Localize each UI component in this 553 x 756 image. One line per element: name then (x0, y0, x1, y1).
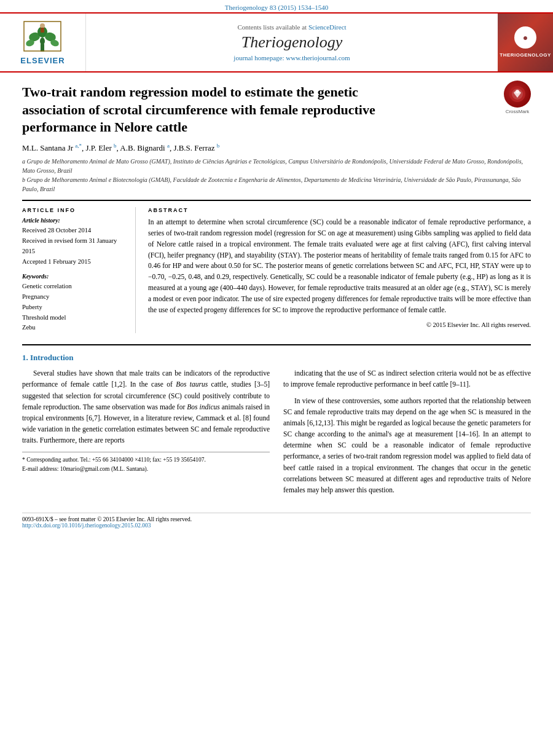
svg-point-1 (40, 37, 45, 45)
crossmark-icon (509, 85, 526, 103)
received-date: Received 28 October 2014 (22, 226, 127, 236)
keyword-3: Puberty (22, 302, 127, 313)
bottom-bar: 0093-691X/$ – see front matter © 2015 El… (22, 513, 531, 529)
svg-point-12 (516, 90, 519, 93)
issn-line: 0093-691X/$ – see front matter © 2015 El… (22, 516, 531, 522)
article-info-column: Article Info Article history: Received 2… (22, 207, 136, 333)
journal-header: ELSEVIER Contents lists available at Sci… (0, 12, 553, 73)
sciencedirect-link[interactable]: ScienceDirect (308, 23, 347, 31)
authors-line: M.L. Santana Jr a,*, J.P. Eler b, A.B. B… (22, 143, 531, 153)
keywords-list: Genetic correlation Pregnancy Puberty Th… (22, 282, 127, 333)
affiliations: a Grupo de Melhoramento Animal de Mato G… (22, 157, 531, 194)
article-body-section: Article Info Article history: Received 2… (22, 200, 531, 333)
keywords-subheading: Keywords: (22, 273, 127, 280)
abstract-text: In an attempt to determine when scrotal … (148, 217, 531, 315)
abstract-heading: Abstract (148, 207, 531, 213)
article-title: Two-trait random regression model to est… (22, 84, 403, 136)
introduction-section: 1. Introduction Several studies have sho… (22, 344, 531, 500)
intro-col1-para1: Several studies have shown that male tra… (22, 368, 270, 446)
svg-rect-0 (41, 44, 44, 52)
intro-col2-para2: In view of these controversies, some aut… (283, 395, 531, 495)
keyword-1: Genetic correlation (22, 282, 127, 292)
history-subheading: Article history: (22, 217, 127, 224)
article-main: CrossMark Two-trait random regression mo… (0, 73, 553, 540)
crossmark-area: CrossMark (504, 81, 531, 114)
authors-text: M.L. Santana Jr a,*, J.P. Eler b, A.B. B… (22, 143, 219, 152)
elsevier-wordmark: ELSEVIER (20, 56, 65, 65)
intro-title-text: Introduction (30, 353, 74, 362)
journal-brand-text: THERIOGENOLOGY (500, 52, 551, 58)
copyright: © 2015 Elsevier Inc. All rights reserved… (148, 321, 531, 328)
intro-title: 1. Introduction (22, 353, 531, 363)
article-info-heading: Article Info (22, 207, 127, 213)
elsevier-tree-icon (21, 20, 64, 53)
journal-center-area: Contents lists available at ScienceDirec… (86, 14, 498, 71)
corresponding-author-note: * Corresponding author. Tel.: +55 66 341… (22, 455, 270, 464)
accepted-date: Accepted 1 February 2015 (22, 257, 127, 267)
svg-rect-8 (41, 28, 44, 33)
journal-brand-image: ● THERIOGENOLOGY (498, 14, 553, 71)
doi-link[interactable]: http://dx.doi.org/10.1016/j.theriogenolo… (22, 522, 151, 529)
journal-citation-bar: Theriogenology 83 (2015) 1534–1540 (0, 0, 553, 12)
svg-point-7 (40, 23, 45, 28)
journal-logo-circle: ● (514, 26, 536, 49)
crossmark-label: CrossMark (504, 109, 531, 114)
affiliation-b: b Grupo de Melhoramento Animal e Biotecn… (22, 175, 531, 194)
contents-list-text: Contents lists available at ScienceDirec… (237, 23, 346, 31)
intro-col-left: Several studies have shown that male tra… (22, 368, 270, 500)
crossmark-badge (504, 81, 531, 108)
journal-citation: Theriogenology 83 (2015) 1534–1540 (225, 4, 328, 11)
abstract-column: Abstract In an attempt to determine when… (148, 207, 531, 333)
intro-col2-para1: indicating that the use of SC as indirec… (283, 368, 531, 390)
elsevier-logo-area: ELSEVIER (0, 14, 86, 71)
keyword-2: Pregnancy (22, 292, 127, 302)
elsevier-logo: ELSEVIER (20, 20, 65, 65)
affiliation-a: a Grupo de Melhoramento Animal de Mato G… (22, 157, 531, 175)
journal-homepage: journal homepage: www.theriojournal.com (233, 54, 350, 61)
intro-columns: Several studies have shown that male tra… (22, 368, 531, 500)
intro-col-right: indicating that the use of SC as indirec… (283, 368, 531, 500)
keyword-5: Zebu (22, 323, 127, 333)
footnote-section: * Corresponding author. Tel.: +55 66 341… (22, 452, 270, 473)
keyword-4: Threshold model (22, 313, 127, 323)
revised-date: Received in revised form 31 January 2015 (22, 236, 127, 257)
journal-title: Theriogenology (241, 33, 343, 52)
email-note: E-mail address: 10mario@gmail.com (M.L. … (22, 465, 270, 473)
